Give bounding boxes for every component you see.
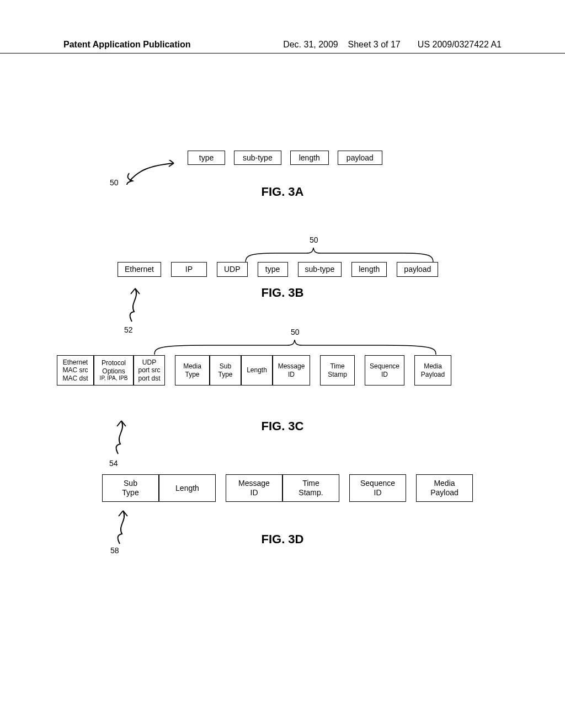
cell-line: Message bbox=[238, 479, 270, 488]
header-date: Dec. 31, 2009 bbox=[283, 40, 338, 49]
cell-length: Length bbox=[159, 474, 216, 502]
header-sheet: Sheet 3 of 17 bbox=[348, 40, 401, 49]
page-header: Patent Application Publication Dec. 31, … bbox=[0, 40, 565, 53]
cell-line: Media bbox=[424, 362, 442, 370]
cell-type: type bbox=[188, 151, 225, 165]
header-right: Dec. 31, 2009 Sheet 3 of 17 US 2009/0327… bbox=[283, 40, 502, 50]
cell-line: Payload bbox=[430, 488, 459, 497]
arrow-icon bbox=[124, 284, 146, 327]
cell-line: ID bbox=[374, 488, 382, 497]
cell-line: IP, IPA, IPB bbox=[100, 375, 128, 382]
fig-3c-label: FIG. 3C bbox=[0, 419, 565, 433]
cell-line: Protocol bbox=[102, 359, 126, 367]
cell-line: Length bbox=[247, 366, 267, 374]
cell-timestamp: Time Stamp. bbox=[282, 474, 339, 502]
cell-mediatype: Media Type bbox=[175, 355, 210, 386]
header-pubno: US 2009/0327422 A1 bbox=[418, 40, 502, 49]
cell-payload: payload bbox=[338, 151, 382, 165]
fig-3b: Ethernet IP UDP type sub-type length pay… bbox=[118, 262, 438, 277]
fig-3d: Sub Type Length Message ID Time Stamp. S… bbox=[102, 474, 473, 502]
ref-58: 58 bbox=[110, 546, 119, 555]
bracket-icon bbox=[243, 245, 441, 264]
cell-line: Type bbox=[185, 371, 199, 378]
cell-line: Media bbox=[183, 362, 201, 370]
fig-3b-label: FIG. 3B bbox=[0, 286, 565, 300]
cell-ethernet: Ethernet MAC src MAC dst bbox=[57, 355, 94, 386]
cell-line: Type bbox=[122, 488, 138, 497]
cell-length: length bbox=[290, 151, 329, 165]
cell-seqid: Sequence ID bbox=[349, 474, 406, 502]
cell-line: Type bbox=[218, 371, 232, 378]
arrow-icon bbox=[112, 506, 134, 549]
cell-mediapayload: Media Payload bbox=[416, 474, 473, 502]
cell-line: Stamp. bbox=[299, 488, 323, 497]
cell-msgid: Message ID bbox=[226, 474, 282, 502]
cell-udp: UDP bbox=[217, 262, 248, 277]
fig-3b-row: Ethernet IP UDP type sub-type length pay… bbox=[118, 262, 438, 277]
cell-payload: payload bbox=[397, 262, 438, 277]
fig-3c-row: Ethernet MAC src MAC dst Protocol Option… bbox=[57, 355, 451, 386]
fig-3c: Ethernet MAC src MAC dst Protocol Option… bbox=[57, 355, 451, 386]
cell-line: MAC src bbox=[63, 366, 88, 374]
bracket-icon bbox=[152, 337, 444, 356]
fig-3d-label: FIG. 3D bbox=[0, 532, 565, 547]
ref-50-c: 50 bbox=[291, 328, 300, 336]
cell-line: port src bbox=[138, 366, 160, 374]
cell-subtype: sub-type bbox=[234, 151, 281, 165]
cell-line: ID bbox=[250, 488, 258, 497]
fig-3d-row: Sub Type Length Message ID Time Stamp. S… bbox=[102, 474, 473, 502]
cell-line: UDP bbox=[142, 358, 156, 366]
fig-3a-row: type sub-type length payload bbox=[188, 151, 497, 165]
cell-line: Length bbox=[175, 484, 199, 493]
arrow-icon bbox=[110, 416, 132, 459]
cell-line: ID bbox=[381, 371, 388, 378]
fig-3a-label: FIG. 3A bbox=[0, 185, 565, 199]
arrow-icon bbox=[121, 160, 182, 185]
cell-line: Stamp bbox=[328, 371, 347, 378]
cell-subtype: Sub Type bbox=[210, 355, 241, 386]
cell-udp: UDP port src port dst bbox=[134, 355, 165, 386]
cell-msgid: Message ID bbox=[273, 355, 310, 386]
cell-line: Ethernet bbox=[63, 358, 88, 366]
cell-protocol: Protocol Options IP, IPA, IPB bbox=[94, 355, 134, 386]
cell-ip: IP bbox=[171, 262, 207, 277]
cell-subtype: sub-type bbox=[298, 262, 342, 277]
cell-line: Media bbox=[434, 479, 455, 488]
cell-length: Length bbox=[241, 355, 273, 386]
ref-50-b: 50 bbox=[310, 235, 318, 244]
ref-54: 54 bbox=[109, 459, 118, 468]
cell-seqid: Sequence ID bbox=[365, 355, 404, 386]
cell-timestamp: Time Stamp bbox=[320, 355, 355, 386]
cell-ethernet: Ethernet bbox=[118, 262, 161, 277]
cell-line: Time bbox=[302, 479, 319, 488]
cell-mediapayload: Media Payload bbox=[414, 355, 451, 386]
cell-line: Sequence bbox=[360, 479, 395, 488]
cell-line: port dst bbox=[138, 374, 160, 382]
cell-line: Payload bbox=[421, 371, 445, 378]
cell-type: type bbox=[258, 262, 288, 277]
header-title: Patent Application Publication bbox=[63, 40, 191, 50]
cell-line: Options bbox=[102, 367, 125, 375]
cell-line: ID bbox=[288, 371, 295, 378]
cell-line: Sub bbox=[220, 362, 231, 370]
cell-line: Sequence bbox=[370, 362, 399, 370]
cell-subtype: Sub Type bbox=[102, 474, 159, 502]
cell-line: MAC dst bbox=[62, 374, 88, 382]
cell-line: Time bbox=[330, 362, 344, 370]
cell-line: Sub bbox=[124, 479, 137, 488]
cell-length: length bbox=[351, 262, 387, 277]
ref-52: 52 bbox=[124, 325, 133, 334]
cell-line: Message bbox=[278, 362, 305, 370]
